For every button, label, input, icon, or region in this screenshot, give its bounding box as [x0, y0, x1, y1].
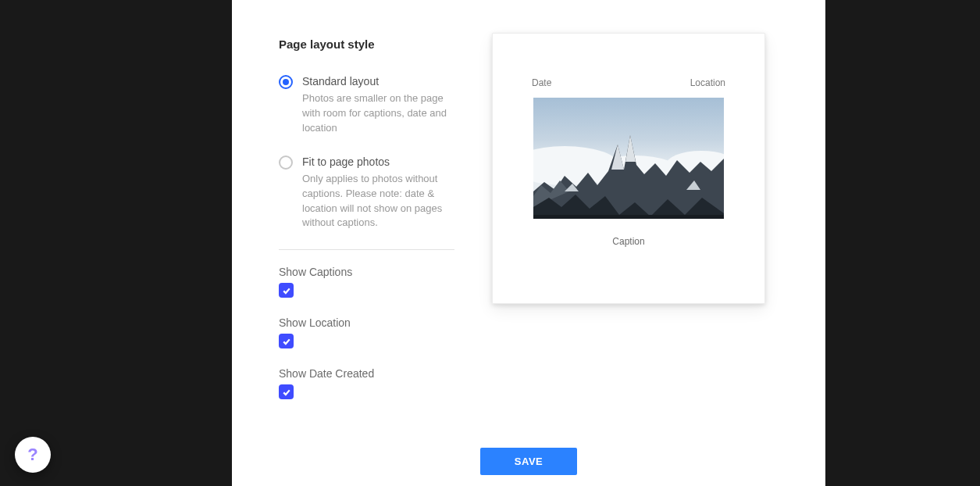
settings-panel: Page layout style Standard layout Photos… [232, 0, 825, 486]
divider [279, 249, 454, 250]
svg-marker-2 [625, 135, 636, 162]
radio-fit-title: Fit to page photos [302, 155, 454, 169]
svg-marker-5 [533, 215, 724, 219]
show-location-label: Show Location [279, 316, 454, 329]
preview-location-label: Location [690, 77, 725, 88]
show-captions-checkbox[interactable] [279, 283, 294, 298]
radio-empty-icon [279, 155, 293, 170]
section-title: Page layout style [279, 38, 454, 51]
show-location-checkbox[interactable] [279, 334, 294, 348]
check-icon [282, 337, 291, 346]
radio-standard-layout[interactable]: Standard layout Photos are smaller on th… [279, 74, 454, 136]
preview-caption-label: Caption [515, 236, 743, 247]
show-date-created-label: Show Date Created [279, 367, 454, 380]
show-date-created-checkbox[interactable] [279, 384, 294, 399]
radio-standard-desc: Photos are smaller on the page with room… [302, 91, 454, 136]
radio-standard-title: Standard layout [302, 74, 454, 88]
layout-options-column: Page layout style Standard layout Photos… [279, 31, 454, 418]
help-button[interactable]: ? [15, 437, 51, 473]
preview-photo [533, 98, 724, 219]
save-button[interactable]: SAVE [480, 448, 577, 475]
question-mark-icon: ? [27, 445, 37, 465]
check-icon [282, 286, 291, 295]
layout-preview-card: Date Location [492, 33, 765, 304]
layout-style-radio-group: Standard layout Photos are smaller on th… [279, 74, 454, 230]
show-captions-label: Show Captions [279, 266, 454, 278]
radio-fit-to-page[interactable]: Fit to page photos Only applies to photo… [279, 155, 454, 231]
preview-date-label: Date [532, 77, 551, 88]
check-icon [282, 388, 291, 397]
radio-dot-icon [279, 75, 293, 89]
radio-fit-desc: Only applies to photos without captions.… [302, 172, 454, 230]
